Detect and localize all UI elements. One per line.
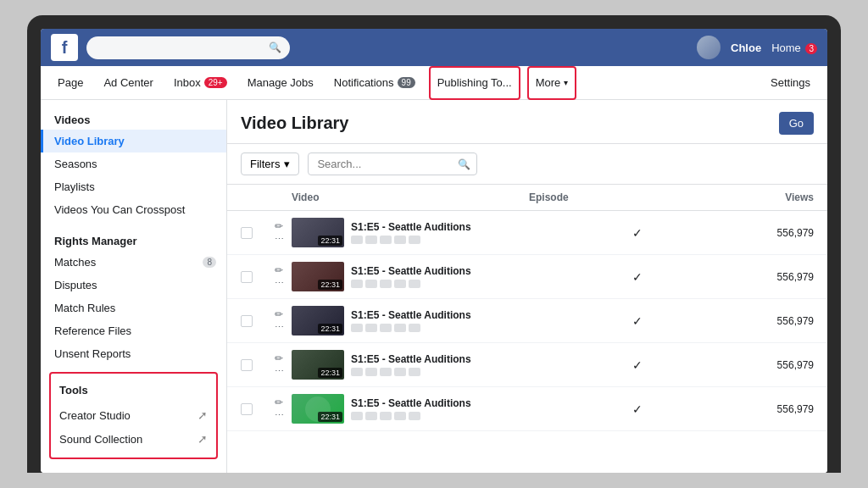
table-row: ✏ ⋯ 22:31 S1:E5 - Seattle Auditions [227,387,827,431]
row-checkbox[interactable] [241,315,253,327]
video-cell: 22:31 S1:E5 - Seattle Auditions [292,394,529,424]
tab-publishing-tools[interactable]: Publishing To... [429,66,520,100]
views-count: 556,979 [746,359,814,371]
video-cell: 22:31 S1:E5 - Seattle Auditions [292,262,529,291]
avatar-image [697,36,721,59]
edit-icon[interactable]: ✏ [275,396,283,408]
user-name: Chloe [731,42,761,54]
video-title-cell: S1:E5 - Seattle Auditions [351,309,529,321]
more-dots-icon[interactable]: ⋯ [275,234,284,245]
sidebar-item-playlists[interactable]: Playlists [41,175,226,198]
sidebar-item-match-rules[interactable]: Match Rules [41,297,226,319]
video-action-icons [351,368,529,376]
notifications-badge: 99 [398,77,415,88]
tools-title: Tools [56,380,211,400]
tab-inbox[interactable]: Inbox 29+ [164,66,237,100]
table-header: Video Episode Views [227,185,827,211]
sidebar-item-seasons[interactable]: Seasons [41,152,226,175]
main-content: Videos Video Library Seasons Playlists V… [41,100,827,473]
table-row: ✏ ⋯ 22:31 S1:E5 - Seattle Auditions [227,343,827,387]
row-actions: ✏ ⋯ [266,220,292,245]
views-count: 556,979 [746,227,814,239]
sidebar-item-videos-crosspost[interactable]: Videos You Can Crosspost [41,198,226,221]
row-checkbox[interactable] [241,271,253,283]
video-title-cell: S1:E5 - Seattle Auditions [351,397,529,409]
sidebar-item-reference-files[interactable]: Reference Files [41,319,226,342]
filter-chevron-icon: ▾ [284,158,290,170]
row-checkbox[interactable] [241,227,253,239]
sidebar-item-disputes[interactable]: Disputes [41,274,226,297]
views-count: 556,979 [746,403,814,415]
video-duration: 22:31 [318,324,342,334]
more-dots-icon[interactable]: ⋯ [275,322,284,333]
action-icon-5 [409,236,420,244]
action-icon-3 [380,280,392,288]
inbox-badge: 29+ [204,77,227,88]
table-row: ✏ ⋯ 22:31 S1:E5 - Seattle Auditions [227,299,827,343]
video-info: S1:E5 - Seattle Auditions [351,265,529,288]
tab-manage-jobs[interactable]: Manage Jobs [237,66,324,100]
facebook-logo: f [51,34,78,61]
topbar: f 🔍 Chloe Home 3 [41,29,827,66]
laptop-frame: f 🔍 Chloe Home 3 Page Ad Center [27,15,841,473]
video-duration: 22:31 [318,412,342,422]
edit-icon[interactable]: ✏ [275,308,283,320]
video-area: Video Library Go Filters ▾ 🔍 [227,100,827,473]
row-actions: ✏ ⋯ [266,396,292,421]
action-icon-2 [365,236,377,244]
row-actions: ✏ ⋯ [266,308,292,333]
sidebar-item-sound-collection[interactable]: Sound Collection ➚ [56,427,211,451]
views-count: 556,979 [746,315,814,327]
row-checkbox[interactable] [241,403,253,415]
filters-button[interactable]: Filters ▾ [241,152,299,175]
search-input[interactable] [86,36,290,59]
avatar [697,36,721,59]
col-video: Video [292,191,529,203]
go-button[interactable]: Go [779,112,814,135]
more-dots-icon[interactable]: ⋯ [275,366,284,377]
edit-icon[interactable]: ✏ [275,220,283,232]
action-icon-1 [351,280,363,288]
sidebar-item-matches[interactable]: Matches 8 [41,251,226,274]
sidebar-item-creator-studio[interactable]: Creator Studio ➚ [56,403,211,427]
edit-icon[interactable]: ✏ [275,352,283,364]
row-actions: ✏ ⋯ [266,352,292,377]
video-thumbnail: 22:31 [292,262,344,291]
action-icon-5 [409,280,420,288]
table-row: ✏ ⋯ 22:31 S1:E5 - Seattle Auditions [227,211,827,255]
tab-more[interactable]: More ▾ [527,66,577,100]
video-search-input[interactable] [308,152,477,175]
episode-checkmark: ✓ [529,314,746,328]
action-icon-2 [365,412,377,420]
external-link-icon: ➚ [198,408,208,422]
episode-checkmark: ✓ [529,358,746,372]
action-icon-5 [409,412,420,420]
tab-ad-center[interactable]: Ad Center [93,66,164,100]
episode-checkmark: ✓ [529,226,746,240]
sidebar-item-video-library[interactable]: Video Library [41,130,226,152]
more-dots-icon[interactable]: ⋯ [275,410,284,421]
action-icon-4 [394,412,406,420]
sidebar-item-unsent-reports[interactable]: Unsent Reports [41,342,226,365]
row-checkbox[interactable] [241,359,253,371]
tab-page[interactable]: Page [47,66,93,100]
sound-collection-label: Sound Collection [59,433,142,446]
video-info: S1:E5 - Seattle Auditions [351,221,529,244]
tab-settings[interactable]: Settings [760,66,821,100]
edit-icon[interactable]: ✏ [275,264,283,276]
sidebar-section-videos: Videos [41,110,226,130]
screen: f 🔍 Chloe Home 3 Page Ad Center [41,29,827,473]
page-title: Video Library [241,114,348,133]
action-icon-2 [365,324,377,332]
home-link[interactable]: Home 3 [771,42,817,54]
tab-notifications[interactable]: Notifications 99 [324,66,426,100]
video-header: Video Library Go [227,100,827,144]
video-title-cell: S1:E5 - Seattle Auditions [351,353,529,365]
search-field-wrapper: 🔍 [308,152,477,175]
sidebar: Videos Video Library Seasons Playlists V… [41,100,227,473]
more-dots-icon[interactable]: ⋯ [275,278,284,289]
sidebar-section-rights-manager: Rights Manager [41,231,226,251]
table-row: ✏ ⋯ 22:31 S1:E5 - Seattle Auditions [227,255,827,299]
tools-section: Tools Creator Studio ➚ Sound Collection … [49,372,218,459]
episode-checkmark: ✓ [529,270,746,284]
